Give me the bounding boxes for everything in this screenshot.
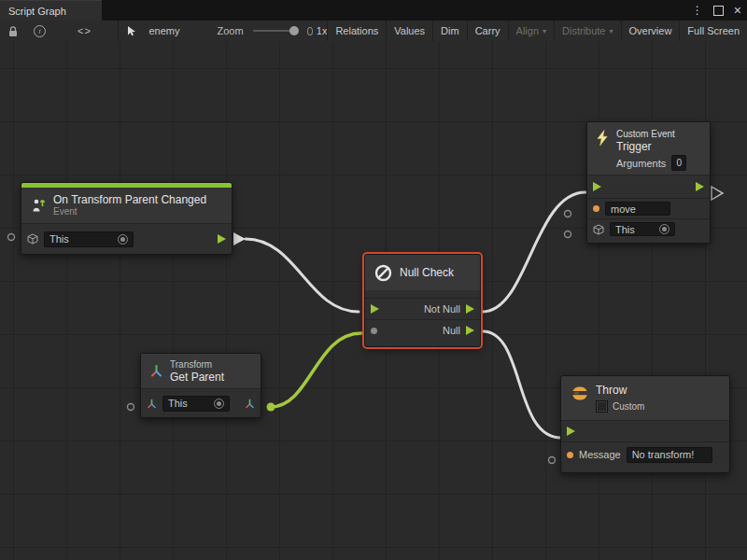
node-title: Get Parent	[170, 371, 224, 384]
toolbar-separator	[118, 21, 119, 41]
custom-checkbox[interactable]	[596, 400, 608, 413]
node-subtitle: Event	[53, 206, 206, 217]
overview-button[interactable]: Overview	[621, 21, 680, 41]
chevron-down-icon: ▾	[543, 27, 546, 35]
values-button[interactable]: Values	[386, 21, 432, 41]
relations-button[interactable]: Relations	[327, 21, 386, 41]
value-wire-start	[267, 403, 275, 412]
dim-button[interactable]: Dim	[432, 21, 467, 41]
not-null-port-label: Not Null	[424, 303, 460, 315]
string-input-port[interactable]	[593, 205, 599, 212]
throw-icon	[571, 384, 589, 402]
flow-out-marker[interactable]	[712, 187, 723, 200]
object-picker-icon[interactable]	[214, 399, 224, 409]
zoom-value: 1x	[317, 25, 328, 36]
flow-arrowhead	[233, 232, 246, 245]
node-title: Trigger	[616, 140, 702, 153]
node-custom-event[interactable]: Custom Event Trigger Arguments 0 move	[586, 121, 711, 244]
transform-output-port[interactable]	[245, 399, 255, 409]
flow-output-port[interactable]	[218, 234, 226, 244]
event-this-dropdown[interactable]: This	[44, 231, 134, 247]
zoom-slider[interactable]	[253, 30, 296, 32]
graph-canvas[interactable]: On Transform Parent Changed Event This	[0, 41, 747, 560]
distribute-button[interactable]: Distribute▾	[554, 21, 620, 41]
tab-script-graph[interactable]: Script Graph	[0, 0, 102, 21]
align-button[interactable]: Align▾	[508, 21, 554, 41]
string-input-port[interactable]	[567, 452, 573, 458]
info-icon[interactable]: i	[26, 21, 53, 41]
connection-null-to-throw[interactable]	[483, 331, 561, 438]
tab-label: Script Graph	[8, 6, 66, 17]
chevron-down-icon: ▾	[610, 27, 613, 35]
flow-output-port[interactable]	[696, 182, 704, 191]
node-get-parent[interactable]: Transform Get Parent This	[140, 353, 261, 418]
cube-icon	[593, 224, 604, 235]
connection-notnull-to-customevent[interactable]	[483, 192, 585, 312]
toolbar-buttons: Relations Values Dim Carry Align▾ Distri…	[327, 21, 747, 41]
graph-name[interactable]: enemy	[145, 25, 189, 36]
lightning-icon	[595, 130, 610, 147]
not-null-output-port[interactable]	[466, 304, 474, 314]
unconnected-port[interactable]	[565, 211, 571, 217]
message-field[interactable]: No transform!	[627, 447, 712, 463]
unconnected-port[interactable]	[565, 231, 571, 238]
unconnected-port[interactable]	[128, 404, 134, 411]
flow-input-port[interactable]	[567, 427, 575, 436]
lock-icon[interactable]	[0, 21, 26, 41]
node-on-transform-parent-changed[interactable]: On Transform Parent Changed Event This	[21, 182, 233, 255]
event-name-field[interactable]: move	[605, 202, 670, 216]
carry-button[interactable]: Carry	[467, 21, 508, 41]
getparent-this-dropdown[interactable]: This	[162, 396, 230, 412]
zoom-label: Zoom	[217, 25, 243, 36]
message-label: Message	[579, 449, 621, 460]
full-screen-button[interactable]: Full Screen	[679, 21, 747, 41]
window-controls: ⋮ ×	[692, 0, 741, 21]
node-throw[interactable]: Throw Custom Message No transform!	[560, 375, 730, 473]
object-picker-icon[interactable]	[659, 224, 669, 234]
close-icon[interactable]: ×	[734, 3, 741, 18]
node-category: Transform	[170, 358, 224, 371]
transform-parent-changed-icon	[30, 197, 47, 214]
graph-toolbar: i <> enemy Zoom 1x Relations Values Dim …	[0, 21, 747, 42]
zoom-slider-handle[interactable]	[289, 26, 299, 35]
unconnected-port[interactable]	[8, 234, 15, 241]
connection-getparent-to-nullcheck[interactable]	[271, 333, 361, 407]
flow-input-port[interactable]	[593, 182, 601, 191]
null-port-label: Null	[443, 325, 460, 336]
tab-bar: Script Graph ⋮ ×	[0, 0, 747, 21]
transform-icon	[149, 364, 163, 378]
node-title: Throw	[596, 384, 644, 397]
customevent-this-dropdown[interactable]: This	[610, 222, 675, 236]
zoom-reset-icon[interactable]	[307, 27, 313, 35]
cursor-icon	[120, 21, 145, 41]
value-input-port[interactable]	[371, 328, 377, 334]
cube-icon	[27, 233, 38, 245]
script-graph-window: Script Graph ⋮ × i <> enemy Zoom 1x Rela…	[0, 0, 747, 560]
transform-port-icon[interactable]	[147, 399, 157, 409]
node-title: On Transform Parent Changed	[53, 193, 206, 206]
node-category: Custom Event	[616, 128, 702, 140]
unconnected-port[interactable]	[549, 457, 556, 464]
arguments-field[interactable]: 0	[671, 155, 686, 171]
kebab-menu-icon[interactable]: ⋮	[692, 4, 703, 17]
node-title: Null Check	[400, 266, 454, 279]
code-icon[interactable]: <>	[53, 25, 116, 36]
null-check-icon	[374, 263, 393, 283]
flow-input-port[interactable]	[371, 304, 379, 314]
maximize-icon[interactable]	[713, 6, 724, 16]
node-null-check[interactable]: Null Check Not Null Null	[364, 254, 481, 347]
arguments-label: Arguments	[616, 158, 666, 169]
object-picker-icon[interactable]	[118, 234, 128, 245]
custom-checkbox-label: Custom	[613, 400, 644, 413]
connection-event-to-nullcheck[interactable]	[246, 239, 359, 312]
null-output-port[interactable]	[466, 326, 474, 335]
